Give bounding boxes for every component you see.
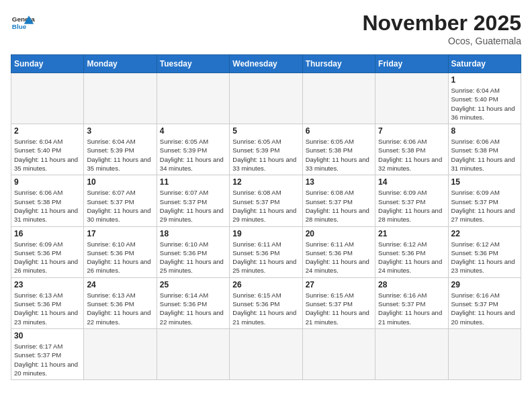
calendar-row-5: 23Sunrise: 6:13 AM Sunset: 5:36 PM Dayli…	[11, 277, 521, 328]
day-number: 4	[160, 126, 226, 136]
calendar-cell: 11Sunrise: 6:07 AM Sunset: 5:37 PM Dayli…	[157, 175, 229, 226]
day-info: Sunrise: 6:16 AM Sunset: 5:37 PM Dayligh…	[451, 291, 518, 326]
day-number: 10	[87, 177, 153, 187]
day-number: 20	[306, 229, 372, 238]
calendar-cell: 22Sunrise: 6:12 AM Sunset: 5:36 PM Dayli…	[448, 226, 521, 277]
day-number: 25	[160, 280, 226, 289]
calendar-row-1: 1Sunrise: 6:04 AM Sunset: 5:40 PM Daylig…	[11, 73, 521, 124]
day-info: Sunrise: 6:15 AM Sunset: 5:36 PM Dayligh…	[232, 291, 299, 326]
calendar-cell: 24Sunrise: 6:13 AM Sunset: 5:36 PM Dayli…	[84, 277, 157, 328]
location: Ocos, Guatemala	[362, 36, 521, 46]
day-number: 19	[232, 229, 299, 238]
calendar-cell	[448, 328, 521, 379]
calendar-cell: 4Sunrise: 6:05 AM Sunset: 5:39 PM Daylig…	[157, 124, 229, 175]
calendar-cell	[302, 328, 375, 379]
calendar-cell: 10Sunrise: 6:07 AM Sunset: 5:37 PM Dayli…	[84, 175, 157, 226]
calendar: Sunday Monday Tuesday Wednesday Thursday…	[11, 54, 521, 380]
calendar-row-4: 16Sunrise: 6:09 AM Sunset: 5:36 PM Dayli…	[11, 226, 521, 277]
calendar-cell: 16Sunrise: 6:09 AM Sunset: 5:36 PM Dayli…	[11, 226, 84, 277]
calendar-cell: 1Sunrise: 6:04 AM Sunset: 5:40 PM Daylig…	[448, 73, 521, 124]
day-info: Sunrise: 6:05 AM Sunset: 5:39 PM Dayligh…	[160, 137, 226, 173]
day-number: 21	[378, 229, 445, 238]
page-header: General Blue November 2025 Ocos, Guatema…	[11, 11, 521, 46]
day-info: Sunrise: 6:06 AM Sunset: 5:38 PM Dayligh…	[14, 188, 81, 224]
calendar-cell: 15Sunrise: 6:09 AM Sunset: 5:37 PM Dayli…	[448, 175, 521, 226]
day-info: Sunrise: 6:04 AM Sunset: 5:40 PM Dayligh…	[14, 137, 81, 173]
day-info: Sunrise: 6:04 AM Sunset: 5:40 PM Dayligh…	[451, 86, 518, 122]
calendar-cell	[11, 73, 84, 124]
calendar-cell: 6Sunrise: 6:05 AM Sunset: 5:38 PM Daylig…	[302, 124, 375, 175]
day-info: Sunrise: 6:16 AM Sunset: 5:37 PM Dayligh…	[378, 291, 445, 326]
day-info: Sunrise: 6:17 AM Sunset: 5:37 PM Dayligh…	[14, 342, 81, 377]
calendar-cell	[302, 73, 375, 124]
calendar-cell: 14Sunrise: 6:09 AM Sunset: 5:37 PM Dayli…	[375, 175, 448, 226]
day-number: 17	[87, 229, 153, 238]
day-number: 29	[451, 280, 518, 289]
calendar-cell: 23Sunrise: 6:13 AM Sunset: 5:36 PM Dayli…	[11, 277, 84, 328]
day-number: 2	[14, 126, 81, 136]
calendar-cell	[375, 328, 448, 379]
calendar-cell: 2Sunrise: 6:04 AM Sunset: 5:40 PM Daylig…	[11, 124, 84, 175]
day-info: Sunrise: 6:06 AM Sunset: 5:38 PM Dayligh…	[451, 137, 518, 173]
day-number: 12	[232, 177, 299, 187]
day-number: 13	[306, 177, 372, 187]
day-number: 7	[378, 126, 445, 136]
day-info: Sunrise: 6:10 AM Sunset: 5:36 PM Dayligh…	[87, 240, 153, 275]
header-thursday: Thursday	[302, 55, 375, 73]
day-number: 23	[14, 280, 81, 289]
day-number: 24	[87, 280, 153, 289]
day-number: 18	[160, 229, 226, 238]
calendar-cell: 9Sunrise: 6:06 AM Sunset: 5:38 PM Daylig…	[11, 175, 84, 226]
day-info: Sunrise: 6:14 AM Sunset: 5:36 PM Dayligh…	[160, 291, 226, 326]
day-info: Sunrise: 6:10 AM Sunset: 5:36 PM Dayligh…	[160, 240, 226, 275]
day-number: 15	[451, 177, 518, 187]
day-info: Sunrise: 6:12 AM Sunset: 5:36 PM Dayligh…	[378, 240, 445, 275]
calendar-cell: 12Sunrise: 6:08 AM Sunset: 5:37 PM Dayli…	[230, 175, 302, 226]
day-info: Sunrise: 6:07 AM Sunset: 5:37 PM Dayligh…	[160, 188, 226, 224]
day-number: 11	[160, 177, 226, 187]
calendar-cell: 27Sunrise: 6:15 AM Sunset: 5:37 PM Dayli…	[302, 277, 375, 328]
day-info: Sunrise: 6:09 AM Sunset: 5:36 PM Dayligh…	[14, 240, 81, 275]
calendar-cell: 30Sunrise: 6:17 AM Sunset: 5:37 PM Dayli…	[11, 328, 84, 379]
day-info: Sunrise: 6:08 AM Sunset: 5:37 PM Dayligh…	[306, 188, 372, 224]
day-info: Sunrise: 6:08 AM Sunset: 5:37 PM Dayligh…	[232, 188, 299, 224]
calendar-cell: 20Sunrise: 6:11 AM Sunset: 5:36 PM Dayli…	[302, 226, 375, 277]
logo-icon: General Blue	[11, 11, 35, 35]
day-info: Sunrise: 6:04 AM Sunset: 5:39 PM Dayligh…	[87, 137, 153, 173]
day-number: 8	[451, 126, 518, 136]
header-friday: Friday	[375, 55, 448, 73]
day-number: 22	[451, 229, 518, 238]
day-info: Sunrise: 6:13 AM Sunset: 5:36 PM Dayligh…	[87, 291, 153, 326]
weekday-header-row: Sunday Monday Tuesday Wednesday Thursday…	[11, 55, 521, 73]
calendar-row-6: 30Sunrise: 6:17 AM Sunset: 5:37 PM Dayli…	[11, 328, 521, 379]
day-info: Sunrise: 6:11 AM Sunset: 5:36 PM Dayligh…	[306, 240, 372, 275]
header-saturday: Saturday	[448, 55, 521, 73]
calendar-cell: 13Sunrise: 6:08 AM Sunset: 5:37 PM Dayli…	[302, 175, 375, 226]
day-number: 30	[14, 331, 81, 340]
day-info: Sunrise: 6:07 AM Sunset: 5:37 PM Dayligh…	[87, 188, 153, 224]
calendar-cell: 26Sunrise: 6:15 AM Sunset: 5:36 PM Dayli…	[230, 277, 302, 328]
calendar-cell: 3Sunrise: 6:04 AM Sunset: 5:39 PM Daylig…	[84, 124, 157, 175]
day-number: 14	[378, 177, 445, 187]
calendar-row-3: 9Sunrise: 6:06 AM Sunset: 5:38 PM Daylig…	[11, 175, 521, 226]
day-info: Sunrise: 6:11 AM Sunset: 5:36 PM Dayligh…	[232, 240, 299, 275]
day-info: Sunrise: 6:05 AM Sunset: 5:39 PM Dayligh…	[232, 137, 299, 173]
day-number: 1	[451, 75, 518, 85]
day-info: Sunrise: 6:05 AM Sunset: 5:38 PM Dayligh…	[306, 137, 372, 173]
calendar-cell: 19Sunrise: 6:11 AM Sunset: 5:36 PM Dayli…	[230, 226, 302, 277]
logo: General Blue	[11, 11, 35, 35]
month-title: November 2025	[362, 11, 521, 36]
calendar-cell: 18Sunrise: 6:10 AM Sunset: 5:36 PM Dayli…	[157, 226, 229, 277]
calendar-cell: 29Sunrise: 6:16 AM Sunset: 5:37 PM Dayli…	[448, 277, 521, 328]
day-info: Sunrise: 6:15 AM Sunset: 5:37 PM Dayligh…	[306, 291, 372, 326]
day-number: 9	[14, 177, 81, 187]
calendar-cell: 21Sunrise: 6:12 AM Sunset: 5:36 PM Dayli…	[375, 226, 448, 277]
calendar-cell	[84, 73, 157, 124]
calendar-cell	[230, 73, 302, 124]
day-info: Sunrise: 6:13 AM Sunset: 5:36 PM Dayligh…	[14, 291, 81, 326]
calendar-cell: 17Sunrise: 6:10 AM Sunset: 5:36 PM Dayli…	[84, 226, 157, 277]
calendar-cell	[375, 73, 448, 124]
header-wednesday: Wednesday	[230, 55, 302, 73]
day-number: 27	[306, 280, 372, 289]
day-number: 28	[378, 280, 445, 289]
